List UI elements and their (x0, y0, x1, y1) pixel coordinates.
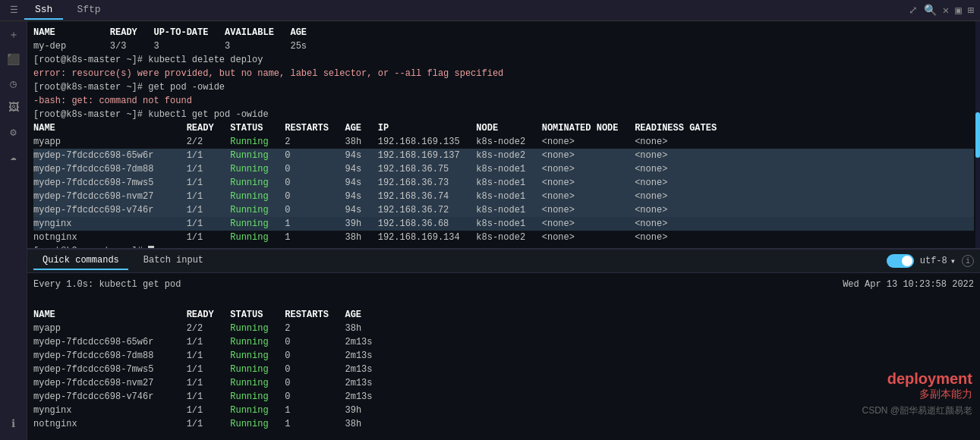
terminal-line: -bash: get: command not found (33, 94, 974, 108)
expand-icon[interactable]: ⤢ (909, 4, 918, 17)
scrollbar[interactable] (975, 21, 980, 248)
terminal-line: mynginx 1/1 Running 1 39h (33, 404, 974, 417)
sidebar-info-icon[interactable]: ℹ (3, 413, 24, 434)
sidebar-cloud-icon[interactable]: ☁ (3, 146, 24, 167)
watch-header: Every 1.0s: kubectl get pod Wed Apr 13 1… (33, 278, 974, 291)
terminal-line: [root@k8s-master ~]# kubectl get pod -ow… (33, 108, 974, 121)
terminal-line: myapp 2/2 Running 2 38h (33, 322, 974, 335)
terminal-line: mydep-7fdcdcc698-v746r 1/1 Running 0 94s… (33, 203, 974, 217)
terminal-line: notnginx 1/1 Running 1 38h 192.168.169.1… (33, 231, 974, 244)
main-layout: ＋ ⬛ ◷ 🖼 ⚙ ☁ ℹ NAME READY UP-TO-DATE AVAI… (0, 21, 980, 440)
command-bar: Quick commands Batch input utf-8 ▾ i (27, 249, 980, 273)
terminal-line: mydep-7fdcdcc698-7mws5 1/1 Running 0 94s… (33, 176, 974, 190)
terminal-line: [root@k8s-master ~]# get pod -owide (33, 80, 974, 94)
terminal-line-mynginx: mynginx 1/1 Running 1 39h 192.168.36.68 … (33, 217, 974, 231)
terminal-line: mydep-7fdcdcc698-65w6r 1/1 Running 0 2m1… (33, 335, 974, 349)
sidebar-toggle[interactable]: ☰ (6, 3, 21, 18)
toolbar-right: ⤢ 🔍 ✕ ▣ ⊞ (909, 4, 974, 17)
encoding-select[interactable]: utf-8 ▾ (920, 256, 956, 267)
terminal-line: [root@k8s-master ~]# kubectl delete depl… (33, 53, 974, 67)
terminal-line: mydep-7fdcdcc698-nvm27 1/1 Running 0 94s… (33, 190, 974, 203)
terminal-line (33, 294, 974, 308)
terminal-top[interactable]: NAME READY UP-TO-DATE AVAILABLE AGE my-d… (27, 21, 980, 249)
sidebar: ＋ ⬛ ◷ 🖼 ⚙ ☁ ℹ (0, 21, 27, 440)
content-area: NAME READY UP-TO-DATE AVAILABLE AGE my-d… (27, 21, 980, 440)
terminal-line: notnginx 1/1 Running 1 38h (33, 417, 974, 431)
sidebar-image-icon[interactable]: 🖼 (3, 97, 24, 118)
command-input[interactable] (219, 256, 881, 266)
terminal-bottom[interactable]: Every 1.0s: kubectl get pod Wed Apr 13 1… (27, 273, 980, 440)
tab-sftp[interactable]: Sftp (66, 1, 111, 20)
close-icon[interactable]: ✕ (943, 4, 949, 17)
watch-timestamp: Wed Apr 13 10:23:58 2022 (843, 278, 974, 291)
watermark-deployment-text: deployment (862, 370, 972, 388)
encoding-label: utf-8 (920, 256, 947, 266)
terminal-line: mydep-7fdcdcc698-v746r 1/1 Running 0 2m1… (33, 390, 974, 404)
tile-icon[interactable]: ▣ (955, 4, 961, 17)
scrollbar-thumb[interactable] (975, 112, 980, 158)
toggle-knob (902, 256, 912, 266)
grid-icon[interactable]: ⊞ (968, 4, 974, 17)
toggle-switch[interactable] (887, 254, 914, 268)
terminal-line: mydep-7fdcdcc698-7mws5 1/1 Running 0 2m1… (33, 363, 974, 376)
tab-ssh[interactable]: Ssh (24, 1, 63, 20)
sidebar-add-icon[interactable]: ＋ (3, 24, 24, 46)
sidebar-clock-icon[interactable]: ◷ (3, 73, 24, 94)
watch-command: Every 1.0s: kubectl get pod (33, 278, 181, 291)
terminal-line: NAME READY STATUS RESTARTS AGE (33, 308, 974, 322)
batch-input-tab[interactable]: Batch input (134, 252, 213, 270)
watermark-subtitle-text: 多副本能力 (862, 388, 972, 401)
terminal-line: mydep-7fdcdcc698-7dm88 1/1 Running 0 94s… (33, 162, 974, 176)
terminal-line-cursor: [root@k8s-master ~]# (33, 244, 974, 249)
info-circle-icon[interactable]: i (962, 255, 974, 267)
terminal-line: mydep-7fdcdcc698-nvm27 1/1 Running 0 2m1… (33, 376, 974, 390)
terminal-line: NAME READY STATUS RESTARTS AGE IP NODE N… (33, 121, 974, 135)
terminal-line: NAME READY UP-TO-DATE AVAILABLE AGE (33, 26, 974, 39)
watermark-csdn-text: CSDN @韶华易逝红颜易老 (862, 404, 972, 417)
terminal-line: mydep-7fdcdcc698-65w6r 1/1 Running 0 94s… (33, 149, 974, 162)
sidebar-gear-icon[interactable]: ⚙ (3, 121, 24, 143)
terminal-line: error: resource(s) were provided, but no… (33, 67, 974, 80)
terminal-line: mydep-7fdcdcc698-7dm88 1/1 Running 0 2m1… (33, 349, 974, 363)
chevron-down-icon: ▾ (950, 256, 956, 267)
sidebar-terminal-icon[interactable]: ⬛ (3, 49, 24, 70)
search-icon[interactable]: 🔍 (924, 4, 937, 17)
tab-bar: ☰ Ssh Sftp ⤢ 🔍 ✕ ▣ ⊞ (0, 0, 980, 21)
terminal-line: myapp 2/2 Running 2 38h 192.168.169.135 … (33, 135, 974, 149)
terminal-line: my-dep 3/3 3 3 25s (33, 39, 974, 53)
quick-commands-tab[interactable]: Quick commands (33, 252, 128, 270)
watermark-area: deployment 多副本能力 CSDN @韶华易逝红颜易老 (862, 370, 972, 417)
